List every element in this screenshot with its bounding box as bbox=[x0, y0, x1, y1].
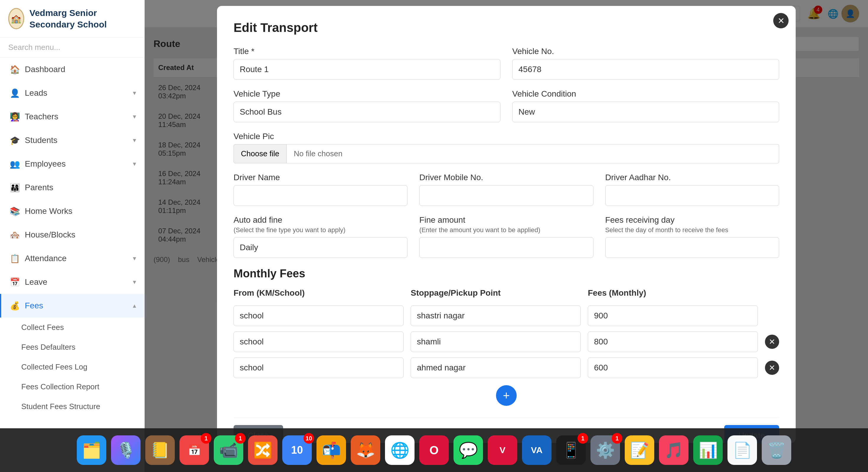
sidebar-item-houseblocks[interactable]: 🏘️ House/Blocks bbox=[0, 223, 144, 247]
dock-firefox[interactable]: 🦊 bbox=[351, 435, 380, 465]
remove-row-button[interactable]: ✕ bbox=[765, 361, 779, 375]
fees-amount-input[interactable] bbox=[588, 331, 758, 352]
appstore-icon: 📱 bbox=[562, 441, 581, 459]
sidebar-item-leave[interactable]: 📅 Leave ▾ bbox=[0, 270, 144, 294]
dock-docs[interactable]: 📄 bbox=[727, 435, 757, 465]
col-header-from: From (KM/School) bbox=[234, 288, 404, 302]
vehicle-condition-input[interactable] bbox=[512, 101, 779, 122]
form-row-5: Auto add fine (Select the fine type you … bbox=[234, 215, 779, 258]
sidebar: 🏫 Vedmarg Senior Secondary School Search… bbox=[0, 0, 145, 472]
dock-excel[interactable]: 📊 bbox=[693, 435, 723, 465]
fees-stoppage-input[interactable] bbox=[411, 357, 581, 378]
dock-notes[interactable]: 📬 bbox=[316, 435, 346, 465]
fees-from-input[interactable] bbox=[234, 305, 404, 326]
sidebar-subitem-fees-collection-report[interactable]: Fees Collection Report bbox=[0, 377, 144, 397]
docs-icon: 📄 bbox=[733, 441, 752, 459]
dock-mail[interactable]: 10 10 bbox=[282, 435, 312, 465]
dock-siri[interactable]: 🎙️ bbox=[111, 435, 141, 465]
dock-finder[interactable]: 🗂️ bbox=[77, 435, 106, 465]
sidebar-item-students[interactable]: 🎓 Students ▾ bbox=[0, 128, 144, 152]
dock-stickies[interactable]: 📝 bbox=[625, 435, 654, 465]
sidebar-item-fees[interactable]: 💰 Fees ▴ bbox=[0, 294, 144, 318]
leads-icon: 👤 bbox=[9, 88, 20, 98]
modal-close-button[interactable]: ✕ bbox=[773, 13, 788, 28]
title-input[interactable] bbox=[234, 59, 500, 80]
driver-mobile-input[interactable] bbox=[419, 185, 593, 206]
driver-mobile-label: Driver Mobile No. bbox=[419, 173, 593, 182]
settings-icon: ⚙️ bbox=[596, 441, 615, 459]
sidebar-item-label: Leads bbox=[25, 88, 47, 98]
fees-amount-col bbox=[588, 305, 758, 326]
monthly-fees-headers: From (KM/School) Stoppage/Pickup Point F… bbox=[234, 288, 779, 302]
sidebar-subitem-student-fees-structure[interactable]: Student Fees Structure bbox=[0, 397, 144, 416]
fees-day-input[interactable] bbox=[605, 237, 779, 258]
add-row-button[interactable]: + bbox=[496, 385, 517, 406]
search-menu-input[interactable]: Search menu... bbox=[0, 37, 144, 58]
sidebar-item-attendance[interactable]: 📋 Attendance ▾ bbox=[0, 247, 144, 270]
vehicle-type-input[interactable] bbox=[234, 101, 500, 122]
driver-aadhar-input[interactable] bbox=[605, 185, 779, 206]
fees-amount-input[interactable] bbox=[588, 305, 758, 326]
fees-from-input[interactable] bbox=[234, 331, 404, 352]
sidebar-item-label: Teachers bbox=[25, 112, 58, 121]
dock-facetime[interactable]: 📹 1 bbox=[214, 435, 243, 465]
sidebar-item-homeworks[interactable]: 📚 Home Works bbox=[0, 199, 144, 223]
teachers-icon: 👩‍🏫 bbox=[9, 111, 20, 122]
fees-amount-input[interactable] bbox=[588, 357, 758, 378]
sidebar-subitem-fees-defaulters[interactable]: Fees Defaulters bbox=[0, 337, 144, 357]
fees-from-col bbox=[234, 305, 404, 326]
opera-icon: O bbox=[429, 444, 438, 457]
dock-trash[interactable]: 🗑️ bbox=[762, 435, 791, 465]
form-group-driver-name: Driver Name bbox=[234, 173, 407, 206]
dock-contacts[interactable]: 📒 bbox=[145, 435, 175, 465]
form-group-vehicle-condition: Vehicle Condition bbox=[512, 89, 779, 122]
leave-icon: 📅 bbox=[9, 277, 20, 287]
sidebar-item-label: Home Works bbox=[25, 206, 72, 216]
parents-icon: 👨‍👩‍👧 bbox=[9, 182, 20, 193]
monthly-fees-row: ✕ bbox=[234, 331, 779, 352]
dock-appstore[interactable]: 📱 1 bbox=[556, 435, 586, 465]
fees-stoppage-col bbox=[411, 357, 581, 378]
chevron-down-icon: ▾ bbox=[133, 255, 136, 262]
homeworks-icon: 📚 bbox=[9, 206, 20, 216]
remove-row-button[interactable]: ✕ bbox=[765, 335, 779, 349]
sidebar-item-label: Employees bbox=[25, 159, 66, 169]
dock-app1[interactable]: 🔀 bbox=[248, 435, 278, 465]
dock-music[interactable]: 🎵 bbox=[659, 435, 688, 465]
monthly-fees-row bbox=[234, 305, 779, 326]
form-row-3: Vehicle Pic Choose file No file chosen bbox=[234, 132, 779, 163]
sidebar-item-label: Dashboard bbox=[25, 65, 65, 74]
fees-stoppage-input[interactable] bbox=[411, 331, 581, 352]
chevron-down-icon: ▾ bbox=[133, 278, 136, 286]
fees-stoppage-input[interactable] bbox=[411, 305, 581, 326]
sidebar-item-leads[interactable]: 👤 Leads ▾ bbox=[0, 81, 144, 105]
dock-chrome[interactable]: 🌐 bbox=[385, 435, 414, 465]
monthly-fees-row: ✕ bbox=[234, 357, 779, 378]
fees-from-input[interactable] bbox=[234, 357, 404, 378]
file-choose-button[interactable]: Choose file bbox=[234, 144, 287, 163]
sidebar-item-employees[interactable]: 👥 Employees ▾ bbox=[0, 152, 144, 176]
form-group-auto-fine: Auto add fine (Select the fine type you … bbox=[234, 215, 407, 258]
sidebar-item-label: Fees bbox=[25, 301, 43, 311]
dock-opera[interactable]: O bbox=[419, 435, 449, 465]
chevron-down-icon: ▾ bbox=[133, 113, 136, 120]
dock-vedmarg2[interactable]: VA bbox=[522, 435, 552, 465]
monthly-fees-title: Monthly Fees bbox=[234, 267, 779, 280]
fine-amount-input[interactable] bbox=[419, 237, 593, 258]
file-input-wrapper: Choose file No file chosen bbox=[234, 144, 779, 163]
auto-fine-input[interactable] bbox=[234, 237, 407, 258]
vehicle-no-input[interactable] bbox=[512, 59, 779, 80]
students-icon: 🎓 bbox=[9, 135, 20, 146]
dock-calendar[interactable]: 📅 1 bbox=[180, 435, 209, 465]
sidebar-item-dashboard[interactable]: 🏠 Dashboard bbox=[0, 58, 144, 81]
vehicle-condition-label: Vehicle Condition bbox=[512, 89, 779, 99]
dock-vedmarg1[interactable]: V bbox=[488, 435, 517, 465]
sidebar-item-teachers[interactable]: 👩‍🏫 Teachers ▾ bbox=[0, 105, 144, 128]
sidebar-subitem-collected-fees-log[interactable]: Collected Fees Log bbox=[0, 357, 144, 377]
dock-whatsapp[interactable]: 💬 bbox=[454, 435, 483, 465]
dock-settings[interactable]: ⚙️ 1 bbox=[590, 435, 620, 465]
driver-name-input[interactable] bbox=[234, 185, 407, 206]
sidebar-subitem-collect-fees[interactable]: Collect Fees bbox=[0, 318, 144, 337]
sidebar-item-parents[interactable]: 👨‍👩‍👧 Parents bbox=[0, 176, 144, 199]
form-group-fees-day: Fees receiving day Select the day of mon… bbox=[605, 215, 779, 258]
